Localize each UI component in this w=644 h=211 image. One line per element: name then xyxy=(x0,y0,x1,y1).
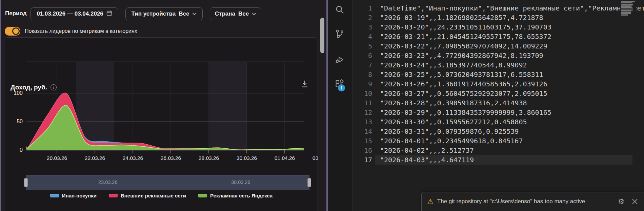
line-number: 2 xyxy=(353,13,372,22)
leaders-toggle-switch[interactable] xyxy=(5,27,20,36)
editor-line: 1"DateTime","Инап-покупки","Внешние рекл… xyxy=(353,3,644,13)
device-type-filter[interactable]: Тип устройства Все xyxy=(125,7,203,20)
line-text: "2026-03-28",,0.39859187316,2.414938 xyxy=(380,98,527,108)
leaders-toggle-row: Показать лидеров по метрикам в категория… xyxy=(5,27,137,36)
line-number: 16 xyxy=(353,146,372,155)
line-text: "2026-03-24",,3.185397740544,8.99092 xyxy=(380,60,527,70)
line-text: "2026-03-23",,4.772904392867942,8.193709 xyxy=(380,51,543,60)
slider-right-handle[interactable] xyxy=(307,178,311,187)
line-number: 12 xyxy=(353,108,372,117)
editor-line: 17"2026-04-03",,,4.647119 xyxy=(353,155,644,165)
editor-line: 14"2026-03-31",,0.079359876,0.925539 xyxy=(353,127,644,136)
legend-item[interactable]: Внешние рекламные сети xyxy=(109,193,186,198)
download-chart-button[interactable] xyxy=(301,80,308,88)
x-tick-label: 24.03.26 xyxy=(119,155,147,161)
y-tick-label: 50 xyxy=(4,118,23,125)
editor-line: 12"2026-03-29",,0.11338435379999999,3.86… xyxy=(353,108,644,117)
legend-label: Внешние рекламные сети xyxy=(121,193,186,198)
code-editor[interactable]: 1"DateTime","Инап-покупки","Внешние рекл… xyxy=(353,0,644,211)
line-text: "2026-03-29",,0.11338435379999999,3.8601… xyxy=(380,108,551,117)
device-type-value: Все xyxy=(179,10,189,17)
line-number: 1 xyxy=(353,3,372,13)
editor-line: 16"2026-04-02",,,2.512737 xyxy=(353,146,644,155)
editor-line: 15"2026-04-01",,0.2345499618,0.845167 xyxy=(353,136,644,146)
line-text: "2026-03-22",,7.090558297074092,14.00922… xyxy=(380,41,547,51)
calendar-icon xyxy=(106,10,112,18)
period-label: Период xyxy=(5,10,26,17)
minimap-line xyxy=(621,15,628,16)
device-type-label: Тип устройства xyxy=(132,10,176,17)
gear-icon[interactable]: ⚙ xyxy=(618,198,624,205)
slider-track[interactable] xyxy=(26,175,309,190)
legend-label: Инап-покупки xyxy=(62,193,97,198)
screen: Период 01.03.2026 — 03.04.2026 Тип устро… xyxy=(0,0,644,211)
chart-legend: Инап-покупкиВнешние рекламные сетиРеклам… xyxy=(4,193,318,198)
y-tick-label: 0 xyxy=(4,147,23,153)
x-tick-label: 22.03.26 xyxy=(81,155,109,161)
line-text: "2026-03-27",,0.5604575292923077,2.09501… xyxy=(380,89,547,98)
chart-title-row: Доход, руб. i xyxy=(11,84,57,91)
chevron-down-icon xyxy=(192,10,197,17)
chart-title: Доход, руб. xyxy=(11,84,47,91)
line-number: 9 xyxy=(353,79,372,89)
editor-line: 3"2026-03-20",,24.233510511603175,37.190… xyxy=(353,22,644,32)
close-icon[interactable] xyxy=(632,199,638,204)
info-icon[interactable]: i xyxy=(51,84,57,90)
line-text: "2026-03-31",,0.079359876,0.925539 xyxy=(380,127,519,136)
line-number: 11 xyxy=(353,98,372,108)
run-and-debug-icon[interactable] xyxy=(333,52,346,66)
line-text: "2026-03-30",,0.15955627212,0.458805 xyxy=(380,117,527,127)
line-text: "2026-03-20",,24.233510511603175,37.1907… xyxy=(380,22,551,32)
line-number: 10 xyxy=(353,89,372,98)
dashboard-scrollbar[interactable] xyxy=(320,18,324,53)
editor-line: 7"2026-03-24",,3.185397740544,8.99092 xyxy=(353,60,644,70)
slider-week-divider xyxy=(228,175,228,189)
line-text: "2026-03-21",,21.045451249557175,78.6553… xyxy=(380,32,551,41)
x-tick-label: 26.03.26 xyxy=(157,155,185,161)
country-filter[interactable]: Страна Все xyxy=(210,7,261,20)
slider-left-handle[interactable] xyxy=(24,178,28,187)
legend-label: Рекламная сеть Яндекса xyxy=(210,193,273,198)
window-border-left xyxy=(0,0,1,211)
warning-icon: ⚠ xyxy=(427,198,434,205)
line-text: "2026-03-26",,1.3601917440585365,2.03912… xyxy=(380,79,547,89)
editor-line: 9"2026-03-26",,1.3601917440585365,2.0391… xyxy=(353,79,644,89)
period-date-range-input[interactable]: 01.03.2026 — 03.04.2026 xyxy=(31,7,118,20)
toggle-knob xyxy=(12,27,20,35)
leaders-toggle-label: Показать лидеров по метрикам в категория… xyxy=(25,28,137,34)
editor-line: 2"2026-03-19",,1.182698025642857,4.72187… xyxy=(353,13,644,22)
editor-line: 5"2026-03-22",,7.090558297074092,14.0092… xyxy=(353,41,644,51)
editor-line: 11"2026-03-28",,0.39859187316,2.414938 xyxy=(353,98,644,108)
line-text: "DateTime","Инап-покупки","Внешние рекла… xyxy=(380,3,644,13)
line-number: 14 xyxy=(353,127,372,136)
country-value: Все xyxy=(238,10,249,17)
line-text: "2026-03-19",,1.182698025642857,4.721878 xyxy=(380,13,543,22)
line-text: "2026-04-03",,,4.647119 xyxy=(380,155,474,165)
editor-line: 13"2026-03-30",,0.15955627212,0.458805 xyxy=(353,117,644,127)
editor-line: 10"2026-03-27",,0.5604575292923077,2.095… xyxy=(353,89,644,98)
line-number: 17 xyxy=(353,155,372,165)
legend-item[interactable]: Инап-покупки xyxy=(50,193,97,198)
line-text: "2026-03-25",,5.073620493781317,6.558311 xyxy=(380,70,543,79)
line-number: 7 xyxy=(353,60,372,70)
line-text: "2026-04-02",,,2.512737 xyxy=(380,146,474,155)
minimap[interactable] xyxy=(620,0,636,17)
search-icon[interactable] xyxy=(333,3,346,16)
slider-date-label: 30.03.26 xyxy=(231,180,250,185)
slider-week-divider xyxy=(95,175,95,189)
x-tick-label: 30.03.26 xyxy=(233,155,261,161)
line-number: 5 xyxy=(353,41,372,51)
line-number: 3 xyxy=(353,22,372,32)
x-tick-label: 03.04.26 xyxy=(308,155,318,161)
legend-item[interactable]: Рекламная сеть Яндекса xyxy=(198,193,273,198)
git-warning-notification: ⚠ The git repository at "c:\Users\denso"… xyxy=(421,192,644,211)
legend-swatch xyxy=(198,194,207,197)
period-date-range-value: 01.03.2026 — 03.04.2026 xyxy=(37,10,103,17)
chevron-down-icon xyxy=(252,10,256,17)
source-control-icon[interactable] xyxy=(333,27,346,41)
x-tick-label: 01.04.26 xyxy=(270,155,299,161)
line-number: 13 xyxy=(353,117,372,127)
slider-date-label: 23.03.26 xyxy=(98,180,117,185)
time-range-slider[interactable]: 23.03.26 30.03.26 xyxy=(4,175,318,191)
editor-line: 4"2026-03-21",,21.045451249557175,78.655… xyxy=(353,32,644,41)
